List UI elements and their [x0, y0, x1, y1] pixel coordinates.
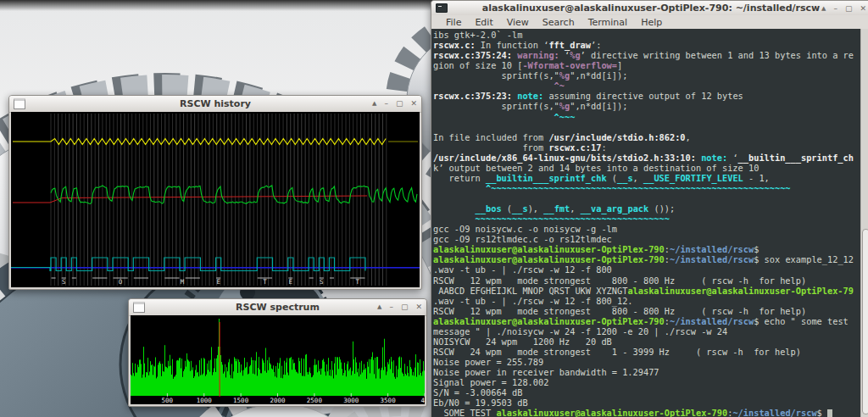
terminal-icon: [436, 3, 448, 13]
terminal-window: alaskalinuxuser@alaskalinuxuser-OptiPlex…: [431, 0, 868, 417]
spectrum-titlebar[interactable]: RSCW spectrum ▲ – ▢ ✕: [129, 299, 426, 316]
minimize-button[interactable]: –: [833, 5, 837, 13]
terminal-line: RSCW 24 wpm mode strongest 1 - 3999 Hz (…: [433, 347, 861, 357]
wallpaper-top-shadow: [0, 0, 434, 11]
terminal-line: alaskalinuxuser@alaskalinuxuser-OptiPlex…: [433, 244, 861, 254]
terminal-line: .wav -t ub - | ./rscw -w 12 -f 800_12.: [433, 296, 861, 306]
svg-text:E: E: [216, 278, 220, 286]
terminal-line: ^~: [433, 81, 861, 91]
terminal-line: alaskalinuxuser@alaskalinuxuser-OptiPlex…: [433, 316, 861, 326]
terminal-line: SOME TEST alaskalinuxuser@alaskalinuxuse…: [433, 408, 861, 417]
svg-text:2500: 2500: [307, 397, 323, 404]
terminal-line: sprintf(s,"%g",n*dd[i]);: [433, 101, 861, 111]
svg-text:3000: 3000: [343, 397, 359, 404]
svg-text:M: M: [181, 278, 185, 286]
scrollbar-thumb[interactable]: [862, 229, 868, 414]
shade-button[interactable]: ▲: [372, 100, 376, 108]
terminal-line: RSCW 12 wpm mode strongest 800 - 800 Hz …: [433, 306, 861, 316]
terminal-line: AABCD EFGHEIJKL MNOP QRST UKW XYZNGTalas…: [433, 286, 861, 296]
terminal-line: message " | ./noisycw -w 24 -f 1200 -e 2…: [433, 326, 861, 336]
menu-item-help[interactable]: Help: [634, 17, 669, 28]
svg-text:T: T: [356, 278, 360, 286]
menu-item-terminal[interactable]: Terminal: [581, 17, 635, 28]
terminal-line: RSCW 12 wpm mode strongest 800 - 800 Hz …: [433, 275, 861, 286]
svg-text:E: E: [289, 278, 293, 286]
terminal-line: gcc -O9 noisycw.c -o noisycw -g -lm: [433, 224, 861, 234]
menu-item-search[interactable]: Search: [536, 17, 581, 28]
desktop: { "window_controls": {"shade":"▲","minim…: [0, 0, 868, 417]
history-window-title: RSCW history: [9, 98, 421, 109]
terminal-line: S/N = -3.00664 dB: [433, 387, 861, 398]
menu-item-file[interactable]: File: [439, 17, 468, 28]
terminal-line: ^~~~~~~~~~~~~~~~~~~~~~~~~~~~~~~~~~~~~~~~…: [433, 183, 861, 193]
history-titlebar[interactable]: RSCW history ▲ – ▢ ✕: [9, 96, 421, 113]
svg-text:3500: 3500: [381, 397, 397, 404]
rscw-spectrum-window: RSCW spectrum ▲ – ▢ ✕ 500100015002000250…: [128, 298, 427, 407]
menu-item-view[interactable]: View: [500, 17, 536, 28]
terminal-line: Eb/N0 = 19.9503 dB: [433, 398, 861, 408]
terminal-line: rscwx.c:375:24: warning: ‘%g’ directive …: [433, 50, 861, 60]
terminal-line: rscwx.c:375:23: note: assuming directive…: [433, 91, 861, 101]
svg-text:2000: 2000: [270, 397, 286, 404]
terminal-line: ~~~~~~~~~~~~~~~~~~~~~~~~~~~~~~~~~~~~~: [433, 214, 861, 224]
terminal-menubar: FileEditViewSearchTerminalHelp: [431, 15, 868, 30]
shade-button[interactable]: ▲: [821, 5, 826, 13]
terminal-line: return __builtin___sprintf_chk (__s, __U…: [433, 173, 861, 183]
terminal-scrollbar[interactable]: [860, 29, 868, 417]
terminal-line: ibs gtk+-2.0` -lm: [433, 30, 861, 40]
maximize-button[interactable]: ▢: [845, 5, 853, 13]
shade-button[interactable]: ▲: [377, 303, 381, 311]
maximize-button[interactable]: ▢: [396, 100, 403, 108]
terminal-line: alaskalinuxuser@alaskalinuxuser-OptiPlex…: [433, 254, 861, 264]
terminal-line: k’ output between 2 and 14 bytes into a …: [433, 163, 861, 173]
terminal-screen[interactable]: ibs gtk+-2.0` -lmrscwx.c: In function ‘f…: [431, 29, 861, 417]
maximize-button[interactable]: ▢: [401, 303, 409, 311]
history-plot: SOMETEST: [11, 112, 420, 287]
terminal-line: rscwx.c: In function ‘fft_draw’:: [433, 40, 861, 50]
svg-text:O: O: [119, 278, 123, 286]
terminal-line: /usr/include/x86_64-linux-gnu/bits/stdio…: [433, 153, 861, 163]
close-button[interactable]: ✕: [410, 100, 417, 108]
terminal-line: ^~~~: [433, 112, 861, 122]
close-button[interactable]: ✕: [860, 5, 866, 13]
svg-text:40: 40: [420, 397, 425, 404]
terminal-line: In file included from /usr/include/stdio…: [433, 132, 861, 142]
terminal-titlebar[interactable]: alaskalinuxuser@alaskalinuxuser-OptiPlex…: [431, 1, 868, 16]
svg-text:1000: 1000: [197, 397, 213, 404]
terminal-line: gcc -O9 rs12tlmdec.c -o rs12tlmdec: [433, 234, 861, 244]
terminal-line: Noise power in receiver bandwidth = 1.29…: [433, 367, 861, 377]
svg-text:S: S: [62, 278, 66, 286]
close-button[interactable]: ✕: [415, 303, 422, 311]
svg-text:500: 500: [162, 397, 174, 404]
terminal-line: gion of size 10 [-Wformat-overflow=]: [433, 60, 861, 70]
minimize-button[interactable]: –: [384, 100, 388, 108]
svg-text:S: S: [320, 278, 324, 286]
terminal-line: [433, 193, 861, 203]
window-icon: [133, 302, 145, 313]
svg-text:T: T: [263, 278, 267, 286]
terminal-line: sprintf(s,"%g",n*dd[i]);: [433, 70, 861, 81]
svg-text:1500: 1500: [233, 397, 249, 404]
minimize-button[interactable]: –: [389, 303, 393, 311]
terminal-line: NOISYCW 24 wpm 1200 Hz 20 dB: [433, 336, 861, 347]
terminal-line: [433, 122, 861, 132]
window-icon: [14, 98, 25, 109]
terminal-line: from rscwx.c:17:: [433, 142, 861, 153]
spectrum-plot: 50010001500200025003000350040: [131, 315, 425, 404]
terminal-line: .wav -t ub - | ./rscw -w 12 -f 800: [433, 264, 861, 275]
rscw-history-window: RSCW history ▲ – ▢ ✕ SOMETEST: [8, 95, 422, 290]
terminal-line: Signal power = 128.002: [433, 377, 861, 387]
terminal-window-title: alaskalinuxuser@alaskalinuxuser-OptiPlex…: [431, 3, 868, 14]
terminal-line: __bos (__s), __fmt, __va_arg_pack ());: [433, 203, 861, 214]
terminal-cursor: [827, 409, 832, 417]
terminal-line: Noise power = 255.789: [433, 357, 861, 367]
menu-item-edit[interactable]: Edit: [468, 17, 499, 28]
